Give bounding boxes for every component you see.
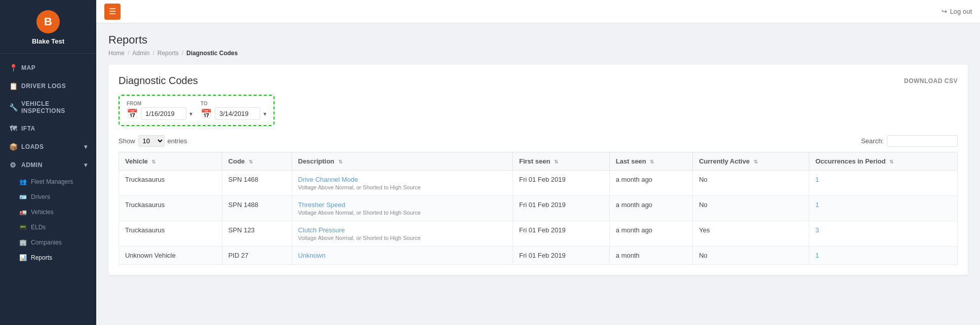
- topbar: ☰ ↪ Log out: [96, 0, 980, 23]
- subitem-label: Companies: [31, 239, 62, 246]
- sidebar-item-elds[interactable]: 📟 ELDs: [5, 220, 96, 235]
- col-description[interactable]: Description ⇅: [292, 152, 513, 171]
- search-input[interactable]: [887, 135, 958, 147]
- col-last-seen[interactable]: Last seen ⇅: [609, 152, 692, 171]
- sidebar-item-vehicles[interactable]: 🚛 Vehicles: [5, 205, 96, 220]
- driver-logs-icon: 📋: [9, 82, 17, 90]
- search-box: Search:: [861, 135, 958, 147]
- col-vehicle[interactable]: Vehicle ⇅: [119, 152, 222, 171]
- main-card: Diagnostic Codes DOWNLOAD CSV From 📅 ▾ T…: [108, 65, 968, 275]
- cell-first-seen: Fri 01 Feb 2019: [513, 171, 610, 196]
- cell-first-seen: Fri 01 Feb 2019: [513, 221, 610, 247]
- entries-select[interactable]: 10 25 50 100: [138, 135, 165, 147]
- breadcrumb-home[interactable]: Home: [108, 50, 125, 57]
- sidebar-nav: 📍 Map 📋 Driver Logs 🔧 Vehicle Inspection…: [0, 54, 96, 325]
- search-label: Search:: [861, 137, 884, 145]
- col-occurrences[interactable]: Occurrences in Period ⇅: [809, 152, 957, 171]
- sidebar-item-label: Map: [21, 64, 35, 71]
- to-chevron-icon[interactable]: ▾: [263, 110, 266, 117]
- sidebar-item-vehicle-inspections[interactable]: 🔧 Vehicle Inspections: [0, 95, 96, 119]
- breadcrumb-reports[interactable]: Reports: [158, 50, 179, 57]
- logout-button[interactable]: ↪ Log out: [942, 8, 972, 15]
- cell-last-seen: a month ago: [609, 221, 692, 247]
- sidebar-item-loads[interactable]: 📦 Loads ▾: [0, 138, 96, 156]
- from-date-input[interactable]: [141, 107, 186, 120]
- table-header: Vehicle ⇅ Code ⇅ Description ⇅ First s: [119, 152, 958, 171]
- sidebar-item-drivers[interactable]: 🪪 Drivers: [5, 189, 96, 205]
- cell-code: SPN 123: [222, 221, 292, 247]
- cell-currently-active: No: [693, 196, 809, 221]
- sidebar-item-label: Driver Logs: [21, 83, 66, 90]
- to-label: To: [201, 101, 266, 106]
- to-date-input[interactable]: [215, 107, 260, 120]
- table-body: Truckasaurus SPN 1468 Drive Channel Mode…: [119, 171, 958, 265]
- to-date-field: To 📅 ▾: [201, 101, 266, 120]
- sidebar-item-label: Vehicle Inspections: [21, 100, 87, 114]
- subitem-label: Fleet Managers: [31, 178, 73, 185]
- col-first-seen[interactable]: First seen ⇅: [513, 152, 610, 171]
- sort-icon: ⇅: [249, 159, 253, 165]
- occurrences-link[interactable]: 1: [815, 176, 819, 183]
- description-sub: Voltage Above Normal, or Shorted to High…: [298, 210, 507, 216]
- table-row: Truckasaurus SPN 1488 Thresher Speed Vol…: [119, 196, 958, 221]
- cell-first-seen: Fri 01 Feb 2019: [513, 196, 610, 221]
- cell-first-seen: Fri 01 Feb 2019: [513, 247, 610, 265]
- subitem-label: ELDs: [31, 224, 46, 231]
- cell-last-seen: a month ago: [609, 196, 692, 221]
- description-link[interactable]: Clutch Pressure: [298, 226, 507, 234]
- cell-description: Unknown: [292, 247, 513, 265]
- companies-icon: 🏢: [19, 239, 27, 246]
- subitem-label: Reports: [31, 254, 52, 261]
- admin-subnav: 👥 Fleet Managers 🪪 Drivers 🚛 Vehicles 📟 …: [0, 174, 96, 265]
- sort-icon: ⇅: [554, 159, 558, 165]
- sidebar-user: B Blake Test: [0, 0, 96, 54]
- description-link[interactable]: Drive Channel Mode: [298, 176, 507, 183]
- subitem-label: Drivers: [31, 193, 50, 200]
- cell-currently-active: No: [693, 171, 809, 196]
- sidebar-item-map[interactable]: 📍 Map: [0, 59, 96, 77]
- vehicles-icon: 🚛: [19, 209, 27, 216]
- sidebar-item-admin[interactable]: ⚙ Admin ▾: [0, 156, 96, 174]
- description-sub: Voltage Above Normal, or Shorted to High…: [298, 235, 507, 241]
- description-link[interactable]: Unknown: [298, 252, 507, 259]
- sidebar-item-driver-logs[interactable]: 📋 Driver Logs: [0, 77, 96, 95]
- show-entries: Show 10 25 50 100 entries: [119, 135, 187, 147]
- sidebar-item-ifta[interactable]: 🗺 IFTA: [0, 119, 96, 138]
- reports-icon: 📊: [19, 254, 27, 261]
- sidebar-item-companies[interactable]: 🏢 Companies: [5, 235, 96, 250]
- cell-currently-active: No: [693, 247, 809, 265]
- to-calendar-icon: 📅: [201, 108, 212, 119]
- breadcrumb-current: Diagnostic Codes: [186, 50, 238, 57]
- cell-description: Clutch Pressure Voltage Above Normal, or…: [292, 221, 513, 247]
- main-area: ☰ ↪ Log out Reports Home / Admin / Repor…: [96, 0, 980, 325]
- cell-description: Thresher Speed Voltage Above Normal, or …: [292, 196, 513, 221]
- elds-icon: 📟: [19, 224, 27, 231]
- breadcrumb-admin[interactable]: Admin: [132, 50, 149, 57]
- admin-icon: ⚙: [9, 161, 17, 169]
- data-table: Vehicle ⇅ Code ⇅ Description ⇅ First s: [119, 152, 958, 265]
- menu-button[interactable]: ☰: [104, 4, 121, 20]
- occurrences-link[interactable]: 3: [815, 226, 819, 234]
- description-link[interactable]: Thresher Speed: [298, 201, 507, 209]
- col-currently-active[interactable]: Currently Active ⇅: [693, 152, 809, 171]
- occurrences-link[interactable]: 1: [815, 201, 819, 209]
- chevron-down-icon: ▾: [84, 143, 88, 150]
- col-code[interactable]: Code ⇅: [222, 152, 292, 171]
- from-calendar-icon: 📅: [127, 108, 138, 119]
- table-row: Unknown Vehicle PID 27 Unknown Fri 01 Fe…: [119, 247, 958, 265]
- from-chevron-icon[interactable]: ▾: [189, 110, 192, 117]
- sidebar-item-reports[interactable]: 📊 Reports: [5, 250, 96, 265]
- occurrences-link[interactable]: 1: [815, 252, 819, 259]
- sidebar-item-fleet-managers[interactable]: 👥 Fleet Managers: [5, 174, 96, 189]
- sort-icon: ⇅: [151, 159, 155, 165]
- cell-vehicle: Truckasaurus: [119, 171, 222, 196]
- cell-vehicle: Truckasaurus: [119, 196, 222, 221]
- from-label: From: [127, 101, 192, 106]
- logout-label: Log out: [950, 8, 972, 15]
- sidebar-item-label: IFTA: [21, 125, 35, 132]
- map-icon: 📍: [9, 64, 17, 72]
- download-csv-button[interactable]: DOWNLOAD CSV: [904, 77, 958, 85]
- show-label: Show: [119, 137, 135, 145]
- cell-currently-active: Yes: [693, 221, 809, 247]
- logout-icon: ↪: [942, 8, 947, 15]
